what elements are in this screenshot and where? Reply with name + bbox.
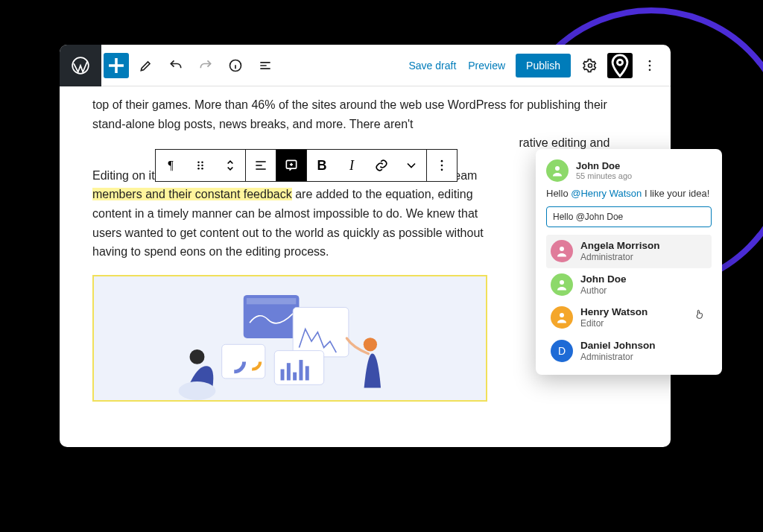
settings-button[interactable] [577,53,603,78]
bold-button[interactable]: B [307,150,337,181]
svg-point-34 [560,247,564,251]
undo-icon [168,58,183,73]
redo-button[interactable] [193,53,218,78]
paragraph-type-button[interactable]: ¶ [156,150,186,181]
svg-rect-10 [293,307,349,356]
wordpress-logo[interactable] [60,45,101,86]
svg-point-21 [179,381,216,400]
user-avatar [551,306,573,329]
svg-point-28 [201,168,203,170]
user-name: Angela Morrison [580,240,660,252]
p1-text-b: rative editing and [519,136,610,149]
kebab-icon [434,158,449,173]
svg-point-25 [197,165,200,167]
svg-point-27 [197,168,200,170]
user-role: Administrator [580,352,656,362]
svg-point-35 [560,280,564,285]
user-avatar: D [551,340,573,362]
user-name: John Doe [580,273,627,285]
more-formatting-button[interactable] [396,150,426,181]
svg-rect-19 [305,366,309,380]
preview-button[interactable]: Preview [462,60,511,72]
comment-panel: John Doe 55 minutes ago Hello @Henry Wat… [536,149,722,375]
edit-mode-button[interactable] [133,53,159,78]
drag-icon [193,158,208,173]
mention-user-row[interactable]: John DoeAuthor [546,268,712,302]
svg-point-36 [560,313,564,317]
link-icon [374,158,389,173]
cursor-icon [694,308,706,320]
svg-rect-9 [247,298,296,304]
comment-header: John Doe 55 minutes ago [546,159,712,182]
align-left-icon [253,158,268,173]
svg-point-2 [589,63,592,67]
svg-point-31 [441,165,443,167]
svg-point-33 [555,166,560,171]
illustration [94,276,486,400]
plus-icon [104,53,129,78]
svg-rect-16 [287,363,291,380]
comment-time: 55 minutes ago [576,171,632,181]
svg-point-24 [201,162,203,164]
comment-body: Hello @Henry Watson I like your idea! [546,188,712,199]
user-avatar [551,273,573,296]
block-more-button[interactable] [427,150,457,181]
comment-author-avatar [546,159,569,182]
svg-point-30 [441,160,443,162]
user-role: Editor [580,318,648,329]
comment-plus-icon [284,158,299,173]
align-button[interactable] [246,150,276,181]
italic-button[interactable]: I [337,150,367,181]
drag-handle-button[interactable] [186,150,215,181]
editor-toolbar: Save draft Preview Publish [60,45,671,86]
p1-text-a: top of their games. More than 46% of the… [92,98,607,130]
more-options-button[interactable] [637,53,662,78]
block-toolbar: ¶ B I [155,149,458,182]
mention-suggestions: Angela MorrisonAdministratorJohn DoeAuth… [546,235,712,367]
svg-point-6 [649,69,651,71]
user-avatar [551,240,573,262]
svg-point-26 [201,165,203,167]
comment-author-name: John Doe [576,160,632,172]
chevron-down-icon [404,158,419,173]
svg-point-22 [364,338,377,351]
user-name: Daniel Johnson [580,340,656,352]
info-icon [228,58,243,73]
image-block[interactable] [92,275,487,402]
comment-mention[interactable]: @Henry Watson [571,188,642,199]
svg-point-5 [649,64,651,66]
svg-point-4 [649,60,651,62]
publish-button[interactable]: Publish [516,54,571,77]
mention-user-row[interactable]: DDaniel JohnsonAdministrator [546,335,712,368]
svg-point-32 [441,169,443,171]
user-name: Henry Watson [580,306,648,318]
link-button[interactable] [367,150,396,181]
pin-icon [607,53,633,78]
mention-user-row[interactable]: Henry WatsonEditor [546,301,712,335]
svg-point-3 [617,60,622,65]
undo-button[interactable] [163,53,189,78]
wordpress-icon [71,56,90,75]
chevrons-vertical-icon [223,158,238,173]
person-icon [551,164,564,177]
svg-rect-18 [299,360,303,380]
multicollab-button[interactable] [607,53,633,78]
add-block-button[interactable] [104,53,129,78]
reply-input[interactable] [546,206,712,227]
add-comment-button[interactable] [276,150,306,181]
redo-icon [198,58,213,73]
gear-icon [583,58,598,73]
info-button[interactable] [223,53,248,78]
svg-point-20 [190,349,205,364]
list-icon [258,58,273,73]
pencil-icon [139,58,153,73]
svg-point-23 [197,162,200,164]
user-role: Administrator [580,252,660,262]
outline-button[interactable] [253,53,278,78]
svg-rect-17 [293,372,297,380]
mention-user-row[interactable]: Angela MorrisonAdministrator [546,235,712,268]
paragraph-1[interactable]: top of their games. More than 46% of the… [92,95,638,153]
move-button[interactable] [215,150,245,181]
save-draft-button[interactable]: Save draft [402,60,462,72]
svg-rect-11 [222,344,265,379]
